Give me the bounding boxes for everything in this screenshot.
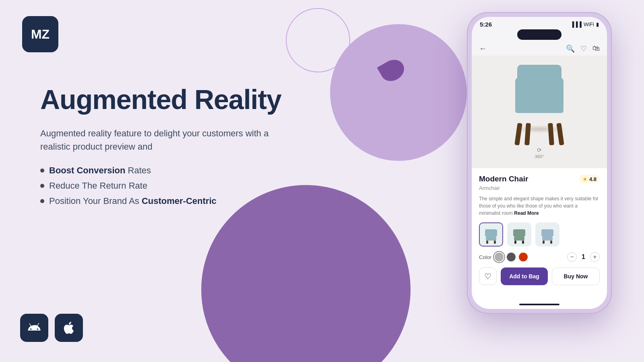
search-icon[interactable]: 🔍 <box>566 44 575 53</box>
thumbnail-2[interactable] <box>507 222 531 247</box>
phone-inner: 5:26 ▐▐▐ WiFi ▮ ← 🔍 ♡ 🛍 <box>472 17 607 309</box>
list-item-2: Reduce The Return Rate <box>40 181 314 191</box>
wifi-icon: WiFi <box>584 21 594 27</box>
360-icon: ⟳ <box>537 147 542 153</box>
description-text: Augmented reality feature to delight you… <box>40 127 290 153</box>
apple-icon <box>62 321 76 335</box>
360-label: 360° <box>535 154 544 159</box>
bg-circle-medium <box>330 24 467 161</box>
phone-frame: 5:26 ▐▐▐ WiFi ▮ ← 🔍 ♡ 🛍 <box>467 12 612 314</box>
product-description: The simple and elegant shape makes it ve… <box>479 195 600 217</box>
android-icon <box>27 321 41 335</box>
nav-icons: 🔍 ♡ 🛍 <box>566 44 600 53</box>
home-indicator <box>472 300 607 309</box>
list-item-1: Boost Conversion Rates <box>40 165 314 176</box>
svg-rect-1 <box>486 237 496 241</box>
bullet-dot-1 <box>40 169 44 173</box>
logo-text: MZ <box>31 28 50 41</box>
thumbnail-1[interactable] <box>479 222 503 247</box>
action-buttons: ♡ Add to Bag Buy Now <box>479 267 600 285</box>
view-360-control[interactable]: ⟳ 360° <box>535 147 544 159</box>
wishlist-button[interactable]: ♡ <box>479 267 497 285</box>
color-option-gray[interactable] <box>495 253 504 261</box>
bullet-text-1: Boost Conversion Rates <box>49 165 151 176</box>
thumb-chair-1 <box>482 225 500 244</box>
list-item-3: Position Your Brand As Customer-Centric <box>40 196 314 206</box>
svg-rect-7 <box>522 241 524 244</box>
color-option-dark[interactable] <box>507 253 516 261</box>
svg-rect-5 <box>514 237 524 241</box>
color-option-red[interactable] <box>519 253 528 261</box>
quantity-control: − 1 + <box>567 252 600 262</box>
chair-image <box>503 65 576 145</box>
bag-nav-icon[interactable]: 🛍 <box>592 44 600 53</box>
logo[interactable]: MZ <box>22 16 58 52</box>
bullet-text-3: Position Your Brand As Customer-Centric <box>49 196 217 206</box>
qty-value: 1 <box>582 253 585 261</box>
svg-rect-2 <box>486 241 488 244</box>
qty-increase-button[interactable]: + <box>590 252 600 262</box>
platform-buttons <box>20 314 83 342</box>
dynamic-island <box>517 29 561 40</box>
back-button[interactable]: ← <box>479 44 487 53</box>
phone-navbar: ← 🔍 ♡ 🛍 <box>472 41 607 56</box>
svg-rect-0 <box>485 229 497 237</box>
rating-value: 4.8 <box>589 176 597 182</box>
bullet-bold-3: Customer-Centric <box>142 196 217 206</box>
status-icons: ▐▐▐ WiFi ▮ <box>570 21 599 27</box>
product-details: Modern Chair ★ 4.8 Armchair The simple a… <box>472 168 607 300</box>
star-icon: ★ <box>582 176 588 182</box>
chair-seat <box>515 77 564 113</box>
bullet-dot-2 <box>40 184 44 188</box>
svg-rect-4 <box>513 229 525 237</box>
svg-rect-8 <box>541 229 553 237</box>
add-to-bag-button[interactable]: Add to Bag <box>501 267 548 285</box>
status-time: 5:26 <box>480 21 492 28</box>
signal-icon: ▐▐▐ <box>570 21 582 27</box>
thumb-chair-3 <box>538 225 557 244</box>
status-bar: 5:26 ▐▐▐ WiFi ▮ <box>472 17 607 28</box>
product-thumbnails <box>479 222 600 247</box>
product-rating: ★ 4.8 <box>579 175 600 183</box>
feature-list: Boost Conversion Rates Reduce The Return… <box>40 165 314 206</box>
read-more-link[interactable]: Read More <box>514 210 539 216</box>
bullet-text-2: Reduce The Return Rate <box>49 181 147 191</box>
home-bar <box>519 304 559 305</box>
page-title: Augmented Reality <box>40 84 314 115</box>
svg-rect-9 <box>542 237 553 241</box>
android-button[interactable] <box>20 314 48 342</box>
qty-decrease-button[interactable]: − <box>567 252 577 262</box>
wishlist-nav-icon[interactable]: ♡ <box>580 44 587 53</box>
color-section: Color <box>479 253 528 261</box>
svg-rect-11 <box>550 241 552 244</box>
bullet-bold-1: Boost Conversion <box>49 165 125 175</box>
thumbnail-3[interactable] <box>535 222 559 247</box>
phone-container: 5:26 ▐▐▐ WiFi ▮ ← 🔍 ♡ 🛍 <box>467 12 612 314</box>
product-name: Modern Chair <box>479 175 528 183</box>
product-category: Armchair <box>479 185 600 191</box>
bullet-dot-3 <box>40 199 44 203</box>
product-header: Modern Chair ★ 4.8 <box>479 175 600 183</box>
buy-now-button[interactable]: Buy Now <box>552 267 600 285</box>
svg-rect-6 <box>514 241 516 244</box>
thumb-chair-2 <box>510 225 528 244</box>
svg-rect-3 <box>494 241 496 244</box>
bottom-controls: Color − 1 + <box>479 252 600 262</box>
apple-button[interactable] <box>55 314 83 342</box>
bg-circle-large <box>201 185 411 362</box>
product-image-area: ⟳ 360° <box>472 56 607 168</box>
bg-circle-outline <box>286 8 350 72</box>
left-content: Augmented Reality Augmented reality feat… <box>40 84 314 211</box>
svg-rect-10 <box>543 241 545 244</box>
chair-shadow <box>511 125 568 133</box>
battery-icon: ▮ <box>596 21 599 27</box>
color-label: Color <box>479 254 491 260</box>
